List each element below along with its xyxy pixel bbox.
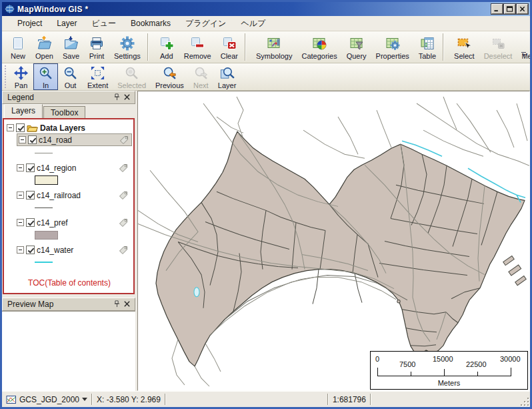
- properties-icon: [385, 35, 401, 51]
- close-button[interactable]: [517, 4, 528, 14]
- tag-icon[interactable]: [119, 163, 128, 173]
- layer-checkbox[interactable]: [26, 246, 35, 254]
- group-label: Data Layers: [40, 123, 85, 133]
- zoom-layer-icon: [219, 65, 235, 81]
- zoom-selected-button[interactable]: Selected: [113, 63, 151, 90]
- menu-plugins[interactable]: プラグイン: [178, 16, 233, 31]
- symbology-toolbar-group: Symbology Categories Query Properties Ta…: [251, 31, 441, 63]
- scale-unit-label: Meters: [371, 379, 527, 387]
- dock-area: Legend Layers Toolbox Data Layers: [2, 91, 530, 391]
- projection-selector[interactable]: GCS_JGD_2000: [2, 392, 91, 407]
- save-button[interactable]: Save: [58, 31, 84, 63]
- legend-panel-title: Legend: [7, 93, 112, 102]
- pan-arrows-icon: [13, 65, 29, 81]
- tree-item-c14-pref[interactable]: c14_pref: [17, 217, 132, 228]
- select-button[interactable]: Select: [449, 31, 479, 63]
- tree-item-c14-road[interactable]: c14_road: [17, 133, 132, 146]
- menu-project[interactable]: Project: [10, 17, 49, 30]
- enoshima-island: [397, 300, 400, 302]
- collapse-icon[interactable]: [17, 246, 24, 254]
- symbology-button[interactable]: Symbology: [251, 31, 297, 63]
- scale-tick-label: 22500: [466, 360, 487, 368]
- add-icon: [159, 35, 175, 51]
- tag-icon[interactable]: [119, 191, 128, 200]
- collapse-icon[interactable]: [7, 124, 14, 131]
- pin-icon: [113, 300, 121, 310]
- print-icon: [89, 35, 105, 51]
- minimize-button[interactable]: [491, 4, 503, 14]
- layer-checkbox[interactable]: [28, 135, 37, 144]
- categories-button[interactable]: Categories: [297, 31, 341, 63]
- legend-close-button[interactable]: [122, 93, 132, 102]
- symbol-c14-water: [35, 256, 132, 269]
- maximize-button[interactable]: [504, 4, 515, 14]
- app-window: MapWindow GIS * Project Layer ビュー Bookma…: [0, 0, 532, 409]
- zoom-previous-button[interactable]: Previous: [151, 63, 189, 90]
- status-bar: GCS_JGD_2000 X: -3.580 Y: 2.969 1:681796: [2, 391, 530, 407]
- tree-item-c14-region[interactable]: c14_region: [17, 162, 132, 173]
- kanagawa-map: [138, 91, 529, 390]
- preview-map-panel: Preview Map: [2, 298, 135, 391]
- layer-label: c14_pref: [37, 218, 68, 228]
- tree-item-c14-water[interactable]: c14_water: [17, 244, 132, 256]
- menu-bookmarks[interactable]: Bookmarks: [123, 17, 178, 30]
- map-canvas[interactable]: 0 7500 15000 22500 30000 Meters: [137, 91, 530, 391]
- zoom-next-button[interactable]: Next: [189, 63, 213, 90]
- preview-map-canvas[interactable]: [2, 311, 135, 391]
- tab-layers[interactable]: Layers: [4, 104, 43, 118]
- menu-help[interactable]: ヘルプ: [233, 16, 273, 31]
- layer-group-checkbox[interactable]: [16, 123, 25, 132]
- tree-item-c14-railroad[interactable]: c14_railroad: [17, 189, 132, 201]
- properties-button[interactable]: Properties: [371, 31, 414, 63]
- toc-annotation: TOC(Table of contents): [7, 278, 132, 288]
- tab-toolbox[interactable]: Toolbox: [43, 106, 85, 118]
- tree-item-data-layers[interactable]: Data Layers: [7, 122, 132, 133]
- zoom-extent-button[interactable]: Extent: [83, 63, 113, 90]
- deselect-button[interactable]: Deselect: [479, 31, 517, 63]
- layer-checkbox[interactable]: [26, 218, 35, 227]
- scale-tick-label: 7500: [399, 360, 415, 368]
- tag-icon[interactable]: [119, 135, 129, 145]
- new-button[interactable]: New: [5, 31, 31, 63]
- add-layer-button[interactable]: Add: [154, 31, 179, 63]
- query-button[interactable]: Query: [342, 31, 371, 63]
- print-button[interactable]: Print: [84, 31, 109, 63]
- zoom-layer-button[interactable]: Layer: [213, 63, 241, 90]
- symbol-c14-railroad: [35, 201, 132, 214]
- layer-checkbox[interactable]: [26, 191, 35, 199]
- zoom-in-icon: [38, 65, 53, 81]
- pan-button[interactable]: Pan: [9, 63, 33, 90]
- menu-view[interactable]: ビュー: [84, 16, 123, 31]
- toolbar-separator: [443, 33, 444, 61]
- preview-pin-button[interactable]: [112, 300, 122, 309]
- legend-pin-button[interactable]: [112, 93, 122, 102]
- zoom-next-icon: [193, 65, 209, 81]
- resize-grip[interactable]: [520, 397, 530, 407]
- zoom-in-button[interactable]: In: [33, 63, 58, 90]
- remove-layer-button[interactable]: Remove: [179, 31, 216, 63]
- map-scale-readout: 1:681796: [329, 392, 370, 407]
- legend-panel: Legend Layers Toolbox Data Layers: [2, 91, 135, 295]
- toolbar-grip[interactable]: [4, 65, 7, 88]
- collapse-icon[interactable]: [17, 191, 24, 199]
- tag-icon[interactable]: [119, 246, 128, 255]
- toolbar-overflow-button[interactable]: [520, 52, 527, 59]
- collapse-icon[interactable]: [19, 136, 26, 143]
- tag-icon[interactable]: [119, 218, 128, 228]
- preview-close-button[interactable]: [122, 300, 132, 309]
- clear-layers-button[interactable]: Clear: [216, 31, 243, 63]
- menu-layer[interactable]: Layer: [49, 17, 84, 30]
- collapse-icon[interactable]: [17, 164, 24, 171]
- table-button[interactable]: Table: [414, 31, 441, 63]
- select-icon: [456, 35, 472, 51]
- settings-button[interactable]: Settings: [109, 31, 145, 63]
- zoom-out-button[interactable]: Out: [58, 63, 83, 90]
- title-bar: MapWindow GIS *: [2, 2, 530, 16]
- toolbar-separator: [245, 33, 246, 61]
- collapse-icon[interactable]: [17, 219, 24, 226]
- layer-checkbox[interactable]: [26, 163, 35, 172]
- open-button[interactable]: Open: [31, 31, 58, 63]
- projection-label: GCS_JGD_2000: [19, 395, 79, 404]
- layer-label: c14_road: [39, 135, 72, 145]
- toolbar-separator: [147, 33, 149, 61]
